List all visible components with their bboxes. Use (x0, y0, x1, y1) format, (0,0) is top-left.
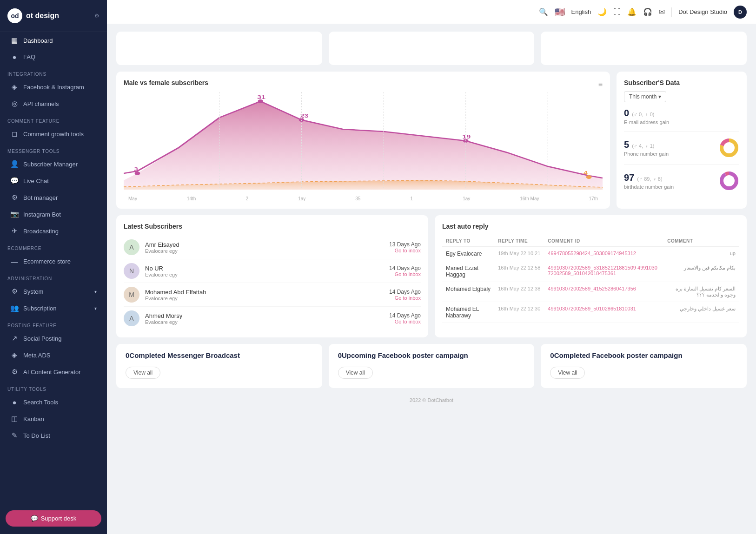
sidebar-item-search-tools[interactable]: ● Search Tools (3, 394, 104, 410)
subscriber-days: 14 Days Ago (389, 265, 421, 271)
avatar: N (124, 263, 139, 279)
sidebar-item-system[interactable]: ⚙ System ▾ (3, 283, 104, 299)
settings-icon[interactable]: ⚙ (94, 13, 99, 19)
broadcast-count: 0 (550, 351, 554, 359)
sidebar-item-label: Social Posting (23, 335, 61, 342)
phone-stat-number: 5 (624, 139, 629, 150)
broadcast-card-1: 0Upcoming Facebook poster campaign View … (329, 344, 535, 388)
support-desk-button[interactable]: 💬 Support desk (6, 510, 101, 527)
sidebar-item-facebook-instagram[interactable]: ◈ Facebook & Instagram (3, 79, 104, 95)
sidebar-item-bot-manager[interactable]: ⚙ Bot manager (3, 190, 104, 205)
go-to-inbox-link[interactable]: Go to inbox (389, 319, 421, 324)
x-label: 1 (411, 196, 413, 201)
facebook-instagram-icon: ◈ (10, 83, 19, 91)
subscriber-row: N No UR Evalocare egy 14 Days Ago Go to … (124, 259, 421, 283)
sidebar-item-ecommerce-store[interactable]: — Ecommerce store (3, 253, 104, 269)
this-month-dropdown[interactable]: This month ▾ (624, 91, 666, 102)
go-to-inbox-link[interactable]: Go to inbox (389, 248, 421, 253)
user-name-label: Dot Design Studio (678, 8, 727, 15)
subscriber-info: Amr Elsayed Evalocare egy (145, 241, 384, 254)
search-icon[interactable]: 🔍 (539, 7, 548, 16)
subscriber-days: 14 Days Ago (389, 312, 421, 319)
svg-text:4: 4 (584, 170, 588, 176)
sidebar-item-broadcasting[interactable]: ✈ Broadcasting (3, 223, 104, 239)
logo-icon: od (7, 8, 22, 23)
sidebar-item-subscription[interactable]: 👥 Subscription ▾ (3, 300, 104, 316)
sidebar-item-comment-growth-tools[interactable]: ◻ Comment growth tools (3, 126, 104, 142)
subscriber-stat-phone: 5 (♂ 4, ♀ 1) Phone number gain (624, 138, 739, 158)
subscriber-data-card: Subscriber'S Data This month ▾ 0 (♂ 0, ♀… (617, 72, 747, 209)
x-label: 1ay (298, 196, 305, 201)
fullscreen-icon[interactable]: ⛶ (613, 8, 621, 16)
birthdate-stat-sub: (♂ 89, ♀ 8) (637, 176, 662, 182)
broadcast-card-0: 0Completed Messenger Broadcast View all (116, 344, 322, 388)
subscriber-time: 13 Days Ago Go to inbox (389, 241, 421, 253)
sidebar-item-ai-content-generator[interactable]: ⚙ AI Content Generator (3, 364, 104, 380)
col-reply-to: REPLY TO (442, 236, 494, 247)
sidebar-item-label: Subscriber Manager (23, 161, 78, 168)
x-label: 1ay (463, 196, 470, 201)
chart-menu-icon[interactable]: ≡ (598, 80, 603, 89)
kanban-icon: ◫ (10, 415, 19, 423)
avatar: A (124, 310, 139, 326)
go-to-inbox-link[interactable]: Go to inbox (389, 271, 421, 277)
headset-icon[interactable]: 🎧 (643, 7, 652, 16)
x-label: 16th May (520, 196, 539, 201)
x-label: 14th (187, 196, 196, 201)
subscriber-name: Mohamed Abd Elfattah (145, 289, 384, 296)
view-all-button[interactable]: View all (550, 367, 585, 379)
sidebar-item-kanban[interactable]: ◫ Kanban (3, 411, 104, 427)
reply-to-cell: Egy Evalocare (442, 247, 494, 261)
footer-text: 2022 © DotChatbot (410, 397, 453, 403)
subscriber-info: Ahmed Morsy Evalocare egy (145, 312, 384, 325)
bot-manager-icon: ⚙ (10, 193, 19, 202)
moon-icon[interactable]: 🌙 (597, 7, 607, 16)
subscriber-time: 14 Days Ago Go to inbox (389, 265, 421, 277)
subscriber-row: A Ahmed Morsy Evalocare egy 14 Days Ago … (124, 307, 421, 330)
sidebar-item-api-channels[interactable]: ◎ API channels (3, 96, 104, 112)
sidebar-item-label: To Do List (23, 432, 50, 439)
dashboard-icon: ▦ (10, 36, 19, 45)
sidebar-item-instagram-bot[interactable]: 📷 Instagram Bot (3, 206, 104, 222)
content-area: Male vs female subscribers ≡ (107, 24, 756, 534)
to-do-list-icon: ✎ (10, 431, 19, 440)
birthdate-stat-label: birthdate number gain (624, 184, 674, 190)
notification-icon[interactable]: 🔔 (627, 7, 637, 16)
sidebar-item-subscriber-manager[interactable]: 👤 Subscriber Manager (3, 156, 104, 172)
sidebar-item-live-chat[interactable]: 💬 Live Chat (3, 173, 104, 189)
footer: 2022 © DotChatbot (116, 395, 747, 404)
comment-feature-label: COMMENT FEATURE (0, 112, 107, 125)
user-avatar[interactable]: D (734, 6, 747, 19)
sidebar-logo: od ot design ⚙ (0, 0, 107, 32)
integrations-label: INTEGRATIONS (0, 65, 107, 79)
chart-title: Male vs female subscribers (124, 79, 208, 86)
system-icon: ⚙ (10, 287, 19, 296)
x-label: 2 (246, 196, 249, 201)
sidebar-item-meta-ads[interactable]: ◈ Meta ADS (3, 347, 104, 363)
email-stat-sub: (♂ 0, ♀ 0) (632, 112, 654, 117)
instagram-bot-icon: 📷 (10, 210, 19, 218)
sidebar-item-label: Bot manager (23, 194, 58, 201)
sidebar-item-to-do-list[interactable]: ✎ To Do List (3, 428, 104, 443)
sidebar-item-label: AI Content Generator (23, 369, 81, 376)
view-all-button[interactable]: View all (338, 367, 373, 379)
mail-icon[interactable]: ✉ (659, 7, 665, 16)
sidebar-item-faq[interactable]: ● FAQ (3, 49, 104, 65)
live-chat-icon: 💬 (10, 177, 19, 185)
support-icon: 💬 (31, 515, 38, 522)
sidebar-item-social-posting[interactable]: ↗ Social Posting (3, 330, 104, 346)
messenger-tools-label: MESSENGER TOOLS (0, 142, 107, 156)
broadcast-title: 0Upcoming Facebook poster campaign (338, 351, 525, 359)
comment-cell: سعر غسيل داخلي وخارجي (663, 302, 739, 323)
comment-cell: السعر كام تفسيل السارة بره وجوه والخدمة … (663, 282, 739, 302)
system-arrow-icon: ▾ (94, 289, 97, 294)
view-all-button[interactable]: View all (126, 367, 160, 379)
logo-name: ot design (26, 12, 59, 20)
sidebar-item-label: Meta ADS (23, 352, 51, 359)
subscriber-name: No UR (145, 265, 384, 272)
x-label: 17th (589, 196, 598, 201)
birthdate-stat-number: 97 (624, 172, 634, 183)
sidebar-item-dashboard[interactable]: ▦ Dashboard (3, 33, 104, 48)
go-to-inbox-link[interactable]: Go to inbox (389, 295, 421, 301)
dropdown-arrow-icon: ▾ (658, 93, 661, 100)
